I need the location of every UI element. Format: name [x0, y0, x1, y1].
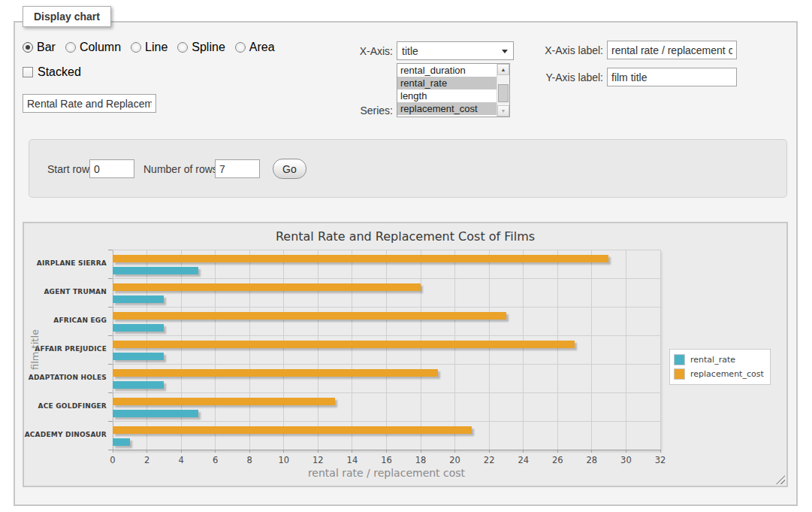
series-option[interactable]: length — [397, 89, 497, 102]
x-axis-line — [113, 450, 660, 450]
chart-title-input[interactable] — [23, 94, 156, 113]
plot-area: 02468101214161820222426283032AIRPLANE SI… — [113, 250, 660, 450]
scroll-up-icon[interactable]: ▲ — [497, 64, 509, 75]
gridline — [146, 250, 147, 450]
axis-tick — [108, 250, 113, 250]
axis-tick — [352, 450, 352, 453]
bar-rental_rate — [113, 267, 198, 274]
scrollbar-thumb[interactable] — [498, 84, 509, 102]
radio-icon[interactable] — [65, 42, 76, 53]
axis-tick — [283, 450, 284, 453]
axis-tick — [421, 450, 421, 453]
gridline — [523, 250, 524, 450]
scroll-down-icon[interactable]: ▼ — [497, 105, 509, 117]
bar-rental_rate — [113, 381, 164, 389]
radio-label: Column — [80, 41, 121, 54]
category-label: AGENT TRUMAN — [21, 288, 107, 295]
x-axis-title: rental rate / replacement cost — [113, 467, 660, 479]
x-tick-label: 26 — [542, 455, 572, 465]
x-axis-label-caption: X-Axis label: — [537, 44, 603, 56]
axis-tick — [108, 278, 113, 279]
x-tick-label: 0 — [98, 455, 128, 465]
axis-tick — [108, 307, 113, 308]
radio-label: Bar — [37, 41, 56, 54]
x-tick-label: 24 — [509, 455, 539, 465]
x-tick-label: 16 — [372, 455, 402, 465]
axis-tick — [146, 450, 147, 453]
category-label: ACADEMY DINOSAUR — [21, 431, 107, 438]
axis-tick — [108, 392, 113, 393]
axis-tick — [523, 450, 524, 453]
radio-icon[interactable] — [177, 42, 188, 53]
bar-rental_rate — [113, 295, 164, 303]
gridline — [454, 250, 455, 450]
axis-tick — [215, 450, 216, 453]
x-tick-label: 12 — [303, 455, 333, 465]
gridline — [557, 250, 558, 450]
gridline — [283, 250, 284, 450]
chart-type-group: Bar Column Line Spline Area — [23, 41, 275, 54]
bar-replacement_cost — [113, 255, 608, 262]
start-row-input[interactable] — [89, 159, 134, 178]
radio-label: Line — [145, 41, 168, 54]
gridline — [421, 250, 421, 450]
axis-tick — [181, 450, 182, 453]
gridline — [113, 335, 660, 336]
chart-type-option[interactable]: Spline — [177, 41, 225, 54]
scrollbar[interactable]: ▲ ▼ — [497, 64, 509, 117]
series-option[interactable]: replacement_cost — [397, 102, 497, 115]
chart-type-option[interactable]: Line — [131, 41, 168, 54]
gridline — [489, 250, 490, 450]
x-axis-selected-value: title — [402, 45, 418, 57]
start-row-label: Start row: — [47, 163, 92, 175]
series-option[interactable]: rental_rate — [397, 77, 497, 89]
x-axis-label-input[interactable] — [607, 41, 737, 59]
axis-tick — [454, 450, 455, 453]
checkbox-icon[interactable] — [23, 67, 33, 77]
axis-tick — [591, 450, 592, 453]
resize-grip-icon[interactable] — [776, 475, 785, 484]
x-tick-label: 8 — [234, 455, 264, 465]
series-listbox[interactable]: rental_duration rental_rate length repla… — [397, 63, 510, 117]
number-of-rows-input[interactable] — [215, 159, 260, 178]
radio-icon[interactable] — [131, 42, 141, 53]
gridline — [181, 250, 182, 450]
bar-rental_rate — [113, 324, 164, 332]
gridline — [591, 250, 592, 450]
gridline — [113, 250, 660, 250]
axis-tick — [108, 364, 113, 365]
axis-tick — [557, 450, 558, 453]
gridline — [249, 250, 250, 450]
chart-type-option[interactable]: Column — [65, 41, 121, 54]
bar-replacement_cost — [113, 283, 421, 291]
bar-replacement_cost — [113, 341, 575, 348]
gridline — [626, 250, 626, 450]
gridline — [113, 392, 660, 393]
stacked-checkbox[interactable]: Stacked — [23, 65, 81, 79]
chart-type-option[interactable]: Bar — [23, 41, 56, 54]
legend-label: rental_rate — [690, 355, 735, 365]
radio-icon[interactable] — [235, 42, 246, 53]
y-axis-title: film title — [29, 329, 41, 370]
x-axis-select-label: X-Axis: — [346, 45, 393, 57]
gridline — [113, 307, 660, 308]
bar-replacement_cost — [113, 426, 472, 434]
panel-legend: Display chart — [23, 6, 111, 27]
radio-icon[interactable] — [23, 42, 33, 53]
bar-rental_rate — [113, 353, 164, 360]
go-button[interactable]: Go — [273, 159, 306, 179]
page: Display chart Bar Column Line Spline Are… — [0, 0, 812, 512]
axis-tick — [626, 450, 626, 453]
chart-type-option[interactable]: Area — [235, 41, 275, 54]
category-label: AIRPLANE SIERRA — [21, 259, 107, 267]
legend-swatch — [674, 368, 685, 380]
chevron-down-icon — [502, 50, 508, 53]
x-axis-select[interactable]: title — [397, 41, 514, 60]
legend-item: rental_rate — [674, 353, 764, 367]
series-option[interactable]: rental_duration — [397, 64, 497, 77]
rows-panel: Start row: Number of rows: Go — [29, 139, 787, 198]
bar-replacement_cost — [113, 398, 335, 405]
x-tick-label: 18 — [406, 455, 436, 465]
y-axis-label-input[interactable] — [607, 68, 737, 86]
number-of-rows-label: Number of rows: — [143, 163, 221, 175]
